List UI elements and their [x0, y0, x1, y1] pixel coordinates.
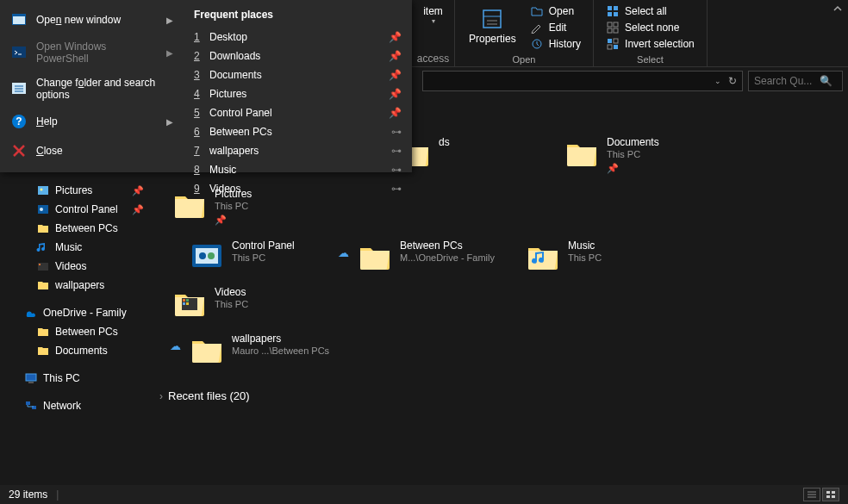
recent-files-header[interactable]: › Recent files (20) [151, 381, 848, 411]
svg-text:?: ? [16, 115, 22, 128]
thispc-icon [24, 371, 38, 385]
file-menu-help[interactable]: ?Help▶ [0, 107, 184, 136]
label: Help [36, 115, 58, 128]
refresh-icon[interactable]: ↻ [728, 75, 737, 87]
svg-point-29 [199, 252, 206, 259]
network-icon [24, 399, 38, 413]
select-all-button[interactable]: Select all [602, 3, 698, 19]
pin-icon[interactable]: ⊶ [391, 126, 402, 138]
label: Network [43, 400, 81, 412]
sidebar-network[interactable]: Network [0, 396, 151, 415]
search-icon[interactable]: 🔍 [820, 75, 832, 87]
history-button[interactable]: History [527, 36, 584, 52]
frequent-place-videos[interactable]: 9Videos⊶ [192, 179, 403, 198]
label: History [549, 38, 581, 50]
svg-rect-14 [614, 39, 618, 43]
pin-icon[interactable]: ⊶ [391, 164, 402, 176]
frequent-place-music[interactable]: 8Music⊶ [192, 160, 403, 179]
pin-icon[interactable]: ⊶ [391, 183, 402, 195]
svg-point-18 [41, 189, 43, 191]
svg-rect-39 [826, 491, 830, 494]
powershell-icon [10, 44, 28, 61]
ribbon-group-open: Properties Open Edit History Open [455, 0, 594, 66]
folder-icon [36, 278, 50, 292]
folder-music[interactable]: MusicThis PC [521, 233, 689, 279]
svg-rect-13 [608, 39, 612, 43]
folder-videos[interactable]: VideosThis PC [168, 279, 336, 326]
sidebar-pictures[interactable]: Pictures📌 [0, 181, 151, 200]
folder-documents[interactable]: DocumentsThis PC📌 [560, 129, 728, 181]
new-item-button[interactable]: item ▾ [418, 3, 448, 27]
frequent-place-wallpapers[interactable]: 7wallpapers⊶ [192, 141, 403, 160]
properties-button[interactable]: Properties [464, 3, 521, 52]
folder-icon [564, 136, 600, 169]
label: Between PCs [55, 326, 118, 338]
svg-rect-32 [183, 299, 185, 302]
label: Music [209, 164, 236, 176]
folder-icon [525, 240, 561, 272]
pin-icon[interactable]: 📌 [389, 107, 402, 119]
collapse-ribbon-button[interactable] [832, 3, 843, 16]
pin-icon[interactable]: 📌 [389, 50, 402, 62]
invert-selection-button[interactable]: Invert selection [602, 36, 698, 52]
file-menu-open: Open Windows PowerShell▶ [0, 34, 184, 71]
sidebar-between-pcs[interactable]: Between PCs [0, 219, 151, 238]
file-menu-open[interactable]: Open new window▶ [0, 5, 184, 34]
address-bar[interactable]: ⌄ ↻ [422, 71, 743, 91]
select-all-icon [606, 4, 620, 18]
sidebar-videos[interactable]: Videos [0, 257, 151, 276]
sidebar-od-between-pcs[interactable]: Between PCs [0, 322, 151, 341]
svg-rect-40 [832, 491, 835, 494]
pin-icon: 📌 [607, 163, 659, 174]
svg-rect-45 [12, 47, 26, 58]
sidebar-wallpapers[interactable]: wallpapers [0, 276, 151, 295]
sidebar-thispc[interactable]: This PC [0, 369, 151, 388]
frequent-place-downloads[interactable]: 2Downloads📌 [192, 47, 403, 65]
frequent-place-documents[interactable]: 3Documents📌 [192, 65, 403, 84]
label: Desktop [209, 31, 247, 43]
sidebar-control-panel[interactable]: Control Panel📌 [0, 200, 151, 219]
sidebar-music[interactable]: Music [0, 238, 151, 257]
item-count: 29 items [9, 488, 47, 501]
details-view-button[interactable] [803, 488, 820, 501]
frequent-place-control-panel[interactable]: 5Control Panel📌 [192, 103, 403, 122]
select-none-button[interactable]: Select none [602, 20, 698, 35]
folder-name: Videos [215, 286, 248, 298]
edit-button[interactable]: Edit [527, 20, 584, 35]
label: This PC [43, 372, 80, 384]
folder-icon [36, 344, 50, 358]
file-menu-close[interactable]: Close [0, 136, 184, 165]
sidebar-onedrive[interactable]: OneDrive - Family [0, 303, 151, 322]
folder-name: Documents [607, 136, 659, 148]
folder-between-pcs[interactable]: ☁Between PCsM...\OneDrive - Family [353, 233, 521, 279]
file-menu-change[interactable]: Change folder and search options [0, 71, 184, 107]
dropdown-icon[interactable]: ⌄ [714, 77, 721, 85]
pin-icon[interactable]: 📌 [389, 69, 402, 81]
search-box[interactable]: 🔍 [748, 71, 843, 91]
label: Close [36, 145, 63, 157]
window-icon [10, 11, 28, 28]
history-icon [530, 37, 544, 51]
label: Change folder and search options [36, 77, 173, 101]
svg-rect-22 [39, 264, 41, 265]
close-icon [10, 142, 28, 159]
search-input[interactable] [754, 75, 814, 87]
icons-view-button[interactable] [822, 488, 839, 501]
pin-icon[interactable]: ⊶ [391, 145, 402, 157]
open-button[interactable]: Open [527, 3, 584, 19]
folder-name: Control Panel [232, 240, 295, 252]
pin-icon[interactable]: 📌 [389, 88, 402, 100]
folder-wallpapers[interactable]: ☁wallpapersMauro ...\Between PCs [185, 326, 353, 372]
chevron-right-icon: ▶ [166, 48, 173, 58]
frequent-place-pictures[interactable]: 4Pictures📌 [192, 84, 403, 103]
label: OneDrive - Family [43, 307, 127, 319]
sidebar-od-documents[interactable]: Documents [0, 341, 151, 360]
frequent-place-desktop[interactable]: 1Desktop📌 [192, 28, 403, 47]
frequent-place-between-pcs[interactable]: 6Between PCs⊶ [192, 122, 403, 141]
label: wallpapers [209, 145, 259, 157]
folder-icon [36, 221, 50, 235]
chevron-right-icon: ▶ [166, 16, 173, 25]
pin-icon[interactable]: 📌 [389, 31, 402, 43]
folder-ds[interactable]: ds [392, 129, 560, 181]
folder-control-panel[interactable]: Control PanelThis PC [185, 233, 353, 279]
